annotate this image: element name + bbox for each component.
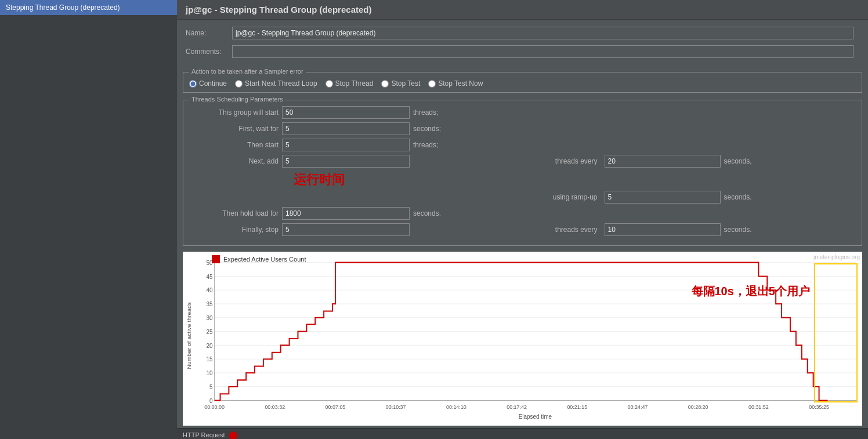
svg-text:00:35:25: 00:35:25 <box>809 404 829 410</box>
page-title: jp@gc - Stepping Thread Group (deprecate… <box>186 5 859 14</box>
param-label-then-start: Then start <box>189 141 282 149</box>
param-input-next-add[interactable] <box>282 155 410 168</box>
name-section: Name: Comments: <box>177 20 868 68</box>
svg-text:00:17:42: 00:17:42 <box>507 404 527 410</box>
page-header: jp@gc - Stepping Thread Group (deprecate… <box>177 0 868 20</box>
param-right-threads-every-stop: threads every seconds. <box>531 223 856 236</box>
param-unit-start: threads; <box>413 108 438 117</box>
action-group-title: Action to be taken after a Sampler error <box>189 68 306 75</box>
svg-text:10: 10 <box>207 370 213 376</box>
svg-text:00:24:47: 00:24:47 <box>628 404 648 410</box>
param-unit-ramp-up: seconds. <box>724 193 752 201</box>
svg-text:5: 5 <box>209 384 213 390</box>
param-unit-hold: seconds. <box>413 209 441 217</box>
status-label: HTTP Request <box>183 431 225 438</box>
sidebar: Stepping Thread Group (deprecated) <box>0 0 177 439</box>
param-label-finally-stop: Finally, stop <box>189 226 282 234</box>
radio-continue[interactable]: Continue <box>189 79 227 88</box>
param-input-threads-every-stop[interactable] <box>605 223 721 236</box>
status-icon: ⬤ <box>229 430 238 439</box>
radio-stop-test[interactable]: Stop Test <box>381 79 420 88</box>
svg-text:00:03:32: 00:03:32 <box>265 404 285 410</box>
svg-text:Number of active threads: Number of active threads <box>186 302 192 369</box>
comments-label: Comments: <box>186 48 232 56</box>
param-right-threads-every: threads every seconds, <box>531 155 856 168</box>
svg-text:25: 25 <box>207 329 213 335</box>
svg-text:45: 45 <box>207 273 213 280</box>
param-unit-threads-every-stop: seconds. <box>724 226 752 234</box>
param-input-ramp-up[interactable] <box>605 191 721 204</box>
param-label-ramp-up: using ramp-up <box>531 193 601 201</box>
svg-text:20: 20 <box>207 342 213 349</box>
svg-text:Elapsed time: Elapsed time <box>519 413 552 419</box>
param-row-finally-stop: Finally, stop threads every seconds. <box>189 223 856 236</box>
action-group: Action to be taken after a Sampler error… <box>183 72 862 93</box>
param-row-then-start: Then start threads; <box>189 139 856 151</box>
chart-container: Expected Active Users Count jmeter-plugi… <box>183 252 862 426</box>
param-label-hold: Then hold load for <box>189 209 282 217</box>
param-unit-then-start: threads; <box>413 141 438 149</box>
chart-legend-label: Expected Active Users Count <box>223 256 306 263</box>
param-input-then-start[interactable] <box>282 139 410 151</box>
svg-text:00:31:52: 00:31:52 <box>748 404 769 410</box>
svg-text:00:00:00: 00:00:00 <box>204 404 225 410</box>
param-label-start: This group will start <box>189 108 282 117</box>
name-label: Name: <box>186 29 232 37</box>
param-input-threads-every[interactable] <box>605 155 721 168</box>
param-label-threads-every-stop: threads every <box>531 226 601 234</box>
main-content: jp@gc - Stepping Thread Group (deprecate… <box>177 0 868 439</box>
annotation-runtime: 运行时间 <box>294 171 345 188</box>
param-row-hold: Then hold load for seconds. <box>189 207 856 220</box>
radio-start-next[interactable]: Start Next Thread Loop <box>235 79 317 88</box>
param-input-hold[interactable] <box>282 207 410 220</box>
chart-watermark: jmeter-plugins.org <box>813 254 860 260</box>
scheduling-group: Threads Scheduling Parameters This group… <box>183 100 862 246</box>
status-bar: HTTP Request ⬤ <box>177 428 868 439</box>
param-label-next-add: Next, add <box>189 157 282 165</box>
param-right-ramp-up: using ramp-up seconds. <box>531 191 856 204</box>
svg-text:00:21:15: 00:21:15 <box>567 404 587 410</box>
param-left-next-add: Next, add <box>189 155 514 168</box>
svg-text:30: 30 <box>207 315 213 321</box>
legend-color <box>212 255 220 263</box>
sidebar-item-stepping-thread-group[interactable]: Stepping Thread Group (deprecated) <box>0 0 177 15</box>
scheduling-group-title: Threads Scheduling Parameters <box>189 96 285 103</box>
param-unit-threads-every: seconds, <box>724 157 752 165</box>
param-input-start[interactable] <box>282 106 410 119</box>
action-radio-group: Continue Start Next Thread Loop Stop Thr… <box>189 79 856 88</box>
svg-text:15: 15 <box>207 356 213 362</box>
svg-text:0: 0 <box>209 398 213 404</box>
chart-svg: 0 5 10 15 20 25 30 35 40 45 50 Number of… <box>183 252 862 426</box>
radio-stop-thread[interactable]: Stop Thread <box>326 79 374 88</box>
param-row-ramp-up: using ramp-up seconds. <box>189 191 856 204</box>
param-row-wait: First, wait for seconds; <box>189 122 856 135</box>
param-row-next-add: Next, add threads every seconds, <box>189 155 856 168</box>
svg-text:00:10:37: 00:10:37 <box>386 404 406 410</box>
name-input[interactable] <box>232 27 853 39</box>
param-unit-wait: seconds; <box>413 125 441 133</box>
param-label-threads-every: threads every <box>531 157 601 165</box>
param-left-finally-stop: Finally, stop <box>189 223 514 236</box>
annotation-exit-users: 每隔10s，退出5个用户 <box>692 284 811 299</box>
svg-text:40: 40 <box>207 287 213 293</box>
svg-text:00:28:20: 00:28:20 <box>688 404 708 410</box>
radio-stop-test-now[interactable]: Stop Test Now <box>428 79 483 88</box>
param-row-start: This group will start threads; <box>189 106 856 119</box>
param-input-finally-stop[interactable] <box>282 223 410 236</box>
param-input-wait[interactable] <box>282 122 410 135</box>
param-label-wait: First, wait for <box>189 125 282 133</box>
svg-text:35: 35 <box>207 301 213 307</box>
comments-input[interactable] <box>232 45 853 58</box>
svg-text:00:14:10: 00:14:10 <box>446 404 466 410</box>
svg-text:00:07:05: 00:07:05 <box>326 404 346 410</box>
